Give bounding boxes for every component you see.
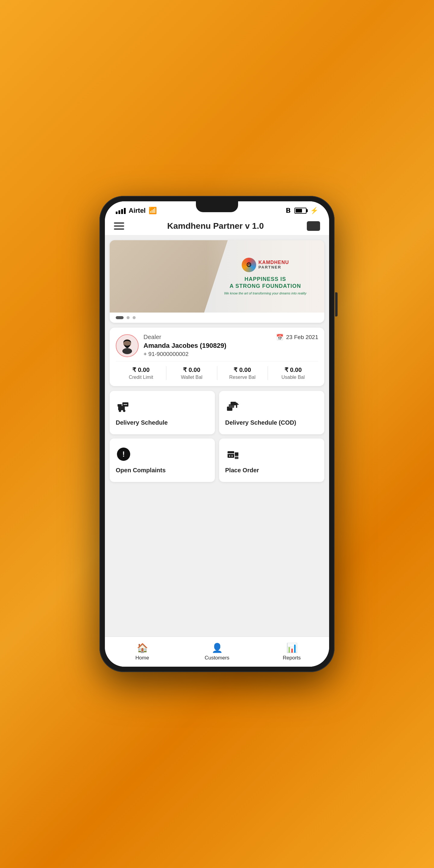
svg-rect-14 [235,457,239,459]
delivery-schedule-cod-icon [225,399,241,414]
customers-icon: 👤 [212,643,223,653]
dealer-date-text: 23 Feb 2021 [286,334,318,341]
dealer-type-label: Dealer [144,334,226,341]
dealer-header: Dealer Amanda Jacobes (190829) + 91-9000… [116,334,318,358]
app-title: Kamdhenu Partner v 1.0 [167,221,264,231]
dot-3[interactable] [133,316,135,319]
dealer-name: Amanda Jacobes (190829) [144,342,226,350]
side-button [335,292,338,316]
home-icon: 🏠 [137,643,148,653]
banner-dots [110,313,324,323]
svg-rect-10 [230,402,236,405]
hamburger-menu[interactable] [114,222,124,230]
open-complaints-label: Open Complaints [116,466,209,474]
calendar-icon: 📅 [276,334,284,341]
balance-usable: ₹ 0.00 Usable Bal [268,366,318,380]
complaint-circle-icon: ! [117,447,130,461]
credit-limit-amount: ₹ 0.00 [132,366,150,373]
dot-2[interactable] [127,316,130,319]
reports-label: Reports [283,655,301,661]
customers-label: Customers [205,655,229,661]
banner-image: ⚙ KAMDHENU PARTNER HAPPINESS IS A STRONG… [110,240,324,313]
banner-tagline: HAPPINESS IS A STRONG FOUNDATION [230,276,301,290]
logo-sub: PARTNER [258,265,289,270]
banner-card: ⚙ KAMDHENU PARTNER HAPPINESS IS A STRONG… [110,240,324,323]
menu-card-open-complaints[interactable]: ! Open Complaints [110,438,215,482]
svg-rect-13 [235,453,239,456]
delivery-schedule-label: Delivery Schedule [116,418,209,427]
banner-logo: ⚙ KAMDHENU PARTNER [242,258,289,272]
phone-frame: Airtel 📶 𝗕 ⚡ Kamdhenu Partner v 1.0 [99,196,335,672]
status-left: Airtel 📶 [116,207,157,215]
logo-brand: KAMDHENU [258,260,289,265]
svg-rect-3 [118,404,122,407]
nav-home[interactable]: 🏠 Home [105,643,180,661]
dealer-text: Dealer Amanda Jacobes (190829) + 91-9000… [144,334,226,358]
header-action-button[interactable] [307,221,320,231]
nav-reports[interactable]: 📊 Reports [254,643,329,661]
dot-active[interactable] [116,316,124,319]
delivery-schedule-icon [116,399,131,414]
dealer-date: 📅 23 Feb 2021 [276,334,318,341]
notch [196,201,238,212]
banner-subtitle: We know the art of transforming your dre… [224,291,307,295]
battery-fill [296,209,302,213]
main-content: ⚙ KAMDHENU PARTNER HAPPINESS IS A STRONG… [105,236,329,667]
menu-card-place-order[interactable]: Place Order [219,438,324,482]
svg-rect-2 [118,406,125,410]
dealer-card: Dealer Amanda Jacobes (190829) + 91-9000… [110,328,324,386]
credit-limit-label: Credit Limit [129,375,153,380]
wallet-bal-amount: ₹ 0.00 [183,366,200,373]
usable-bal-label: Usable Bal [281,375,305,380]
place-order-label: Place Order [225,466,318,474]
bottom-nav: 🏠 Home 👤 Customers 📊 Reports [105,637,329,667]
banner-content: ⚙ KAMDHENU PARTNER HAPPINESS IS A STRONG… [206,240,324,313]
svg-point-16 [231,456,233,457]
reports-icon: 📊 [286,643,298,653]
menu-card-delivery-schedule[interactable]: Delivery Schedule [110,391,215,434]
charging-icon: ⚡ [310,207,318,215]
logo-gear-icon: ⚙ [242,258,256,272]
wifi-icon: 📶 [149,207,157,215]
svg-point-1 [122,348,132,354]
wallet-bal-label: Wallet Bal [181,375,202,380]
menu-grid: Delivery Schedule Delive [110,391,324,482]
bluetooth-icon: 𝗕 [286,207,291,215]
svg-point-4 [119,410,121,412]
delivery-schedule-cod-label: Delivery Schedule (COD) [225,418,318,427]
status-right: 𝗕 ⚡ [286,207,318,215]
balance-reserve: ₹ 0.00 Reserve Bal [217,366,268,380]
reserve-bal-amount: ₹ 0.00 [234,366,251,373]
dealer-phone: + 91-9000000002 [144,351,226,358]
battery-body [294,208,307,214]
svg-rect-11 [227,451,234,458]
menu-card-delivery-schedule-cod[interactable]: Delivery Schedule (COD) [219,391,324,434]
signal-bars [116,207,126,214]
place-order-icon [225,446,241,462]
phone-screen: Airtel 📶 𝗕 ⚡ Kamdhenu Partner v 1.0 [105,201,329,667]
battery-indicator [294,208,307,214]
carrier-name: Airtel [129,207,146,215]
balance-credit-limit: ₹ 0.00 Credit Limit [116,366,166,380]
dealer-balances: ₹ 0.00 Credit Limit ₹ 0.00 Wallet Bal ₹ … [116,361,318,380]
nav-customers[interactable]: 👤 Customers [180,643,254,661]
home-label: Home [135,655,149,661]
svg-point-15 [229,456,230,457]
balance-wallet: ₹ 0.00 Wallet Bal [166,366,217,380]
open-complaints-icon: ! [116,446,131,462]
usable-bal-amount: ₹ 0.00 [284,366,302,373]
svg-point-5 [123,410,125,412]
reserve-bal-label: Reserve Bal [229,375,255,380]
app-header: Kamdhenu Partner v 1.0 [105,217,329,236]
dealer-info: Dealer Amanda Jacobes (190829) + 91-9000… [116,334,226,358]
logo-text: KAMDHENU PARTNER [258,260,289,270]
dealer-avatar [116,334,138,357]
